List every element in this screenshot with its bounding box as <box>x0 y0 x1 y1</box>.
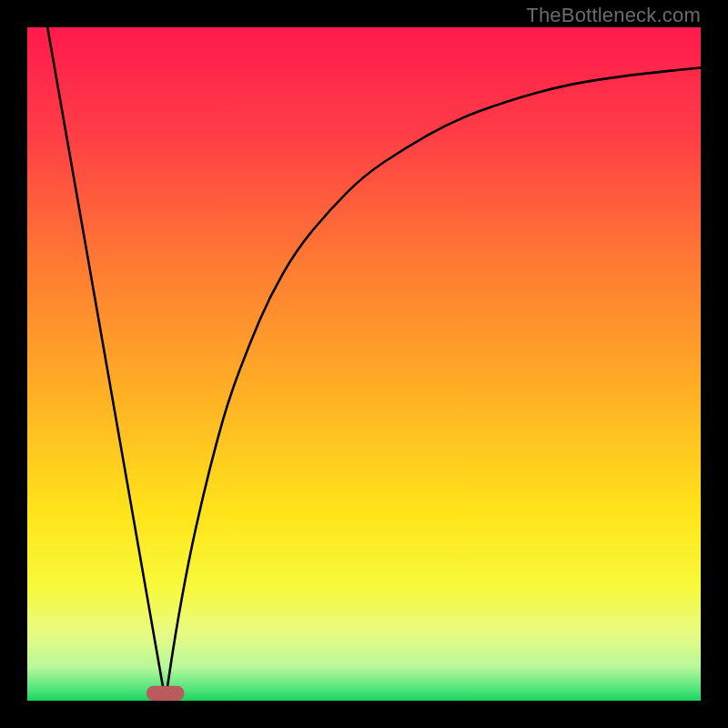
plot-area <box>27 27 701 701</box>
chart-curve <box>27 27 701 701</box>
chart-frame: TheBottleneck.com <box>0 0 728 728</box>
svg-rect-1 <box>147 686 184 701</box>
watermark-text: TheBottleneck.com <box>526 4 701 27</box>
